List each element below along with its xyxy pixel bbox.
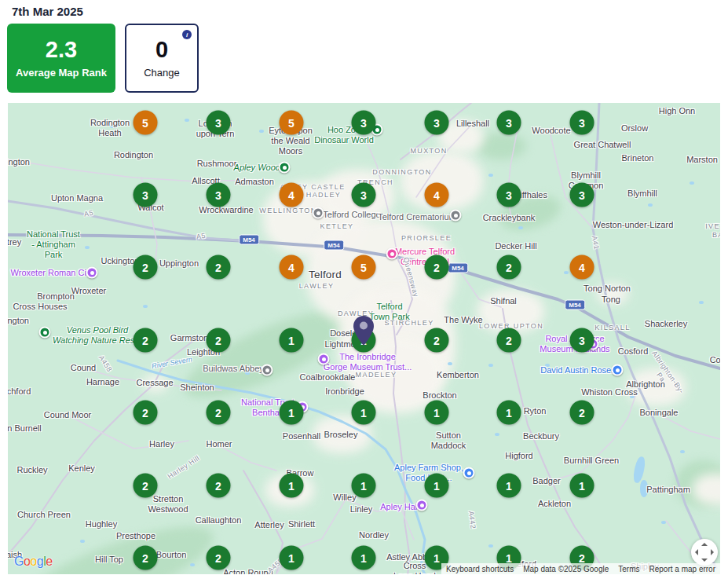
road: [593, 103, 716, 568]
m54-road-badge: M54: [565, 300, 585, 310]
rank-marker[interactable]: 1: [280, 401, 304, 425]
rank-marker[interactable]: 1: [352, 546, 376, 570]
rank-marker[interactable]: 2: [425, 255, 449, 280]
rank-marker[interactable]: 1: [570, 474, 594, 498]
rank-marker[interactable]: 2: [497, 328, 521, 353]
google-logo-letter: e: [46, 555, 52, 568]
keyboard-shortcuts-link[interactable]: Keyboard shortcuts: [446, 565, 514, 573]
rank-marker[interactable]: 1: [280, 546, 304, 570]
rank-marker[interactable]: 5: [352, 255, 376, 280]
hotel-icon[interactable]: [386, 248, 398, 260]
pan-control[interactable]: [691, 539, 718, 566]
google-logo-letter: o: [30, 555, 36, 568]
rank-marker[interactable]: 4: [570, 255, 594, 280]
rank-marker[interactable]: 1: [497, 401, 521, 425]
rank-marker[interactable]: 1: [352, 401, 376, 425]
roses-shop-icon[interactable]: [612, 364, 624, 376]
roman-city-icon[interactable]: [86, 267, 98, 279]
rank-marker[interactable]: 1: [497, 474, 521, 498]
rank-marker[interactable]: 3: [134, 183, 158, 207]
bird-reserve-icon[interactable]: [39, 327, 51, 339]
road: [658, 414, 720, 439]
rank-marker[interactable]: 3: [352, 111, 376, 135]
rank-marker[interactable]: 2: [497, 255, 521, 280]
rank-marker[interactable]: 3: [570, 111, 594, 135]
tree-icon[interactable]: [279, 162, 291, 174]
m54-road-badge: M54: [324, 240, 344, 251]
rank-marker[interactable]: 1: [352, 474, 376, 498]
rank-marker[interactable]: 2: [207, 401, 231, 425]
m54-road-badge: M54: [448, 263, 468, 273]
rank-marker[interactable]: 2: [134, 401, 158, 425]
rank-marker[interactable]: 5: [134, 111, 158, 135]
river: [118, 361, 425, 574]
rank-marker[interactable]: 3: [570, 328, 594, 353]
abbey-icon[interactable]: [262, 364, 273, 376]
map-data-attribution: Map data ©2025 Google: [523, 565, 609, 573]
rank-marker[interactable]: 2: [207, 474, 231, 498]
change-label: Change: [144, 67, 180, 79]
google-logo[interactable]: Google: [14, 555, 53, 569]
rank-marker[interactable]: 5: [280, 111, 304, 135]
terms-link[interactable]: Terms: [618, 565, 639, 573]
page: { "header": { "date": "7th Mar 2025", "c…: [0, 0, 728, 586]
road: [243, 471, 283, 574]
change-card: 0 Change: [125, 24, 199, 93]
report-map-error-link[interactable]: Report a map error: [649, 565, 715, 573]
road: [397, 260, 412, 335]
rank-marker[interactable]: 2: [207, 255, 231, 280]
road: [550, 131, 593, 229]
rank-marker[interactable]: 4: [425, 183, 449, 207]
gorge-museum-icon[interactable]: [318, 353, 330, 365]
rank-marker[interactable]: 2: [134, 474, 158, 498]
map[interactable]: Rodington HeathRodingtoningtonRushmoorLo…: [8, 103, 720, 574]
average-map-rank-value: 2.3: [46, 38, 77, 63]
pan-left-icon: [695, 549, 698, 555]
apley-hall-icon[interactable]: [416, 500, 428, 511]
farm-shop-icon[interactable]: [463, 467, 475, 479]
road: [218, 445, 276, 471]
m54-road-badge: M54: [239, 235, 259, 245]
rank-marker[interactable]: 3: [207, 183, 231, 207]
college-icon[interactable]: [313, 207, 324, 219]
crematorium-icon[interactable]: [450, 210, 462, 222]
date-label: 7th Mar 2025: [12, 5, 83, 18]
rank-marker[interactable]: 1: [425, 401, 449, 425]
rank-marker[interactable]: 1: [280, 474, 304, 498]
pan-down-icon: [701, 559, 708, 562]
google-logo-letter: G: [14, 555, 24, 568]
rank-marker[interactable]: 2: [134, 328, 158, 353]
rank-marker[interactable]: 3: [497, 183, 521, 207]
road: [67, 415, 188, 449]
info-icon[interactable]: [182, 30, 192, 39]
rank-marker[interactable]: 4: [280, 255, 304, 280]
rank-marker[interactable]: 3: [207, 111, 231, 135]
road: [8, 159, 251, 181]
rank-marker[interactable]: 3: [425, 111, 449, 135]
rank-marker[interactable]: 2: [207, 546, 231, 570]
location-pin: [353, 316, 374, 349]
rank-marker[interactable]: 2: [134, 546, 158, 570]
rank-marker[interactable]: 2: [207, 328, 231, 353]
rank-marker[interactable]: 1: [280, 328, 304, 353]
summary-cards: 2.3 Average Map Rank 0 Change: [7, 24, 199, 93]
road: [8, 339, 196, 555]
rank-marker[interactable]: 3: [352, 183, 376, 207]
pan-up-icon: [701, 543, 708, 546]
google-logo-letter: g: [37, 555, 43, 568]
average-map-rank-label: Average Map Rank: [16, 67, 107, 79]
average-map-rank-card: 2.3 Average Map Rank: [7, 24, 115, 93]
rank-marker[interactable]: 4: [280, 183, 304, 207]
map-attribution: Keyboard shortcutsMap data ©2025 GoogleT…: [441, 563, 720, 574]
rank-marker[interactable]: 2: [134, 255, 158, 280]
rank-marker[interactable]: 3: [570, 183, 594, 207]
rank-marker[interactable]: 1: [425, 474, 449, 498]
rank-marker[interactable]: 3: [497, 111, 521, 135]
rank-marker[interactable]: 2: [570, 401, 594, 425]
pan-right-icon: [711, 549, 714, 555]
road: [391, 301, 410, 574]
change-value: 0: [155, 38, 168, 63]
road: [346, 500, 414, 540]
rank-marker[interactable]: 2: [425, 328, 449, 353]
